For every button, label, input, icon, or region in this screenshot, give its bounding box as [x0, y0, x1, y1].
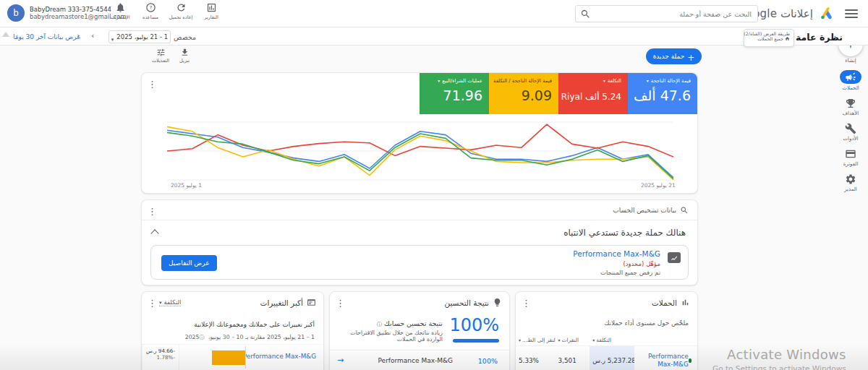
campaign-link[interactable]: Performance Max-M&G: [573, 249, 660, 258]
chevron-down-icon: [558, 337, 561, 343]
campaigns-table-header: التكلفة النقرات نسبة النقر إلى الظ...: [516, 334, 697, 345]
zero-axis: [245, 346, 246, 369]
column-campaign: [634, 334, 697, 345]
edge-triangle-icon: [2, 32, 9, 37]
metric-value-per-cost[interactable]: قيمة الإحالة الناجحة / التكلفة 9.09: [489, 73, 558, 114]
download-icon: [180, 48, 190, 57]
new-campaign-button[interactable]: حملة جديدة: [646, 48, 702, 64]
credit-card-icon: [845, 148, 856, 160]
refresh-icon: [176, 2, 187, 13]
account-name: BabyDream 333-375-4544: [30, 6, 127, 13]
report-chart-icon: [206, 2, 217, 13]
metric-conversion-value[interactable]: قيمة الإحالة الناجحة 47.6 ألف: [628, 73, 697, 114]
chevron-down-icon: [592, 337, 595, 343]
ads-triangle-icon: [818, 6, 837, 22]
refresh-button[interactable]: إعادة تحميل: [168, 2, 194, 20]
sidebar-item-campaigns[interactable]: الحملات: [840, 70, 861, 91]
campaign-link[interactable]: Performance Max-M&G: [634, 346, 697, 370]
avatar: b: [7, 4, 25, 22]
menu-icon[interactable]: [845, 9, 858, 18]
window-icon: [307, 298, 316, 307]
column-clicks[interactable]: النقرات: [556, 334, 590, 345]
google-ads-overview-page: إعلانات Google الإشعارات ? مساعدة إعادة …: [0, 0, 868, 370]
campaign-link[interactable]: Performance Max-M&G: [236, 353, 316, 360]
changes-card-title: أكبر التغييرات: [260, 298, 317, 307]
x-axis-end-label: 21 يوليو 2025: [641, 182, 676, 189]
diagnostics-title: بيانات تشخيص الحساب: [613, 206, 689, 215]
trend-line-chart: [167, 118, 673, 181]
column-ctr[interactable]: نسبة النقر إلى الظ...: [516, 334, 556, 345]
biggest-changes-card: أكبر التغييرات التكلفة أكبر تغييرات على …: [141, 291, 324, 370]
gear-icon: [845, 173, 856, 185]
help-button[interactable]: ? مساعدة: [137, 2, 163, 20]
kebab-menu-icon[interactable]: [148, 79, 157, 90]
campaign-status: مؤهّل (محدود): [623, 260, 660, 267]
view-details-button[interactable]: عرض التفاصيل: [161, 255, 217, 271]
date-mode-label: مخصص: [174, 33, 196, 41]
top-app-bar: إعلانات Google الإشعارات ? مساعدة إعادة …: [0, 0, 868, 27]
plus-icon: [687, 50, 694, 64]
campaign-name: Performance Max-M&G: [378, 357, 453, 364]
performance-chart-card: قيمة الإحالة الناجحة 47.6 ألف التكلفة 5.…: [141, 72, 698, 194]
campaigns-summary-card: الحملات ملخّص حول مستوى أداء حملاتك التك…: [515, 291, 698, 370]
last-30-days-link[interactable]: عرض بيانات آخر 30 يومًا: [13, 33, 81, 40]
optimization-score-card: نتيجة التحسين 100% نتيجة تحسين حسابك زيا…: [329, 291, 510, 370]
activate-windows-watermark: Activate Windows Go to Settings to activ…: [712, 347, 846, 370]
change-values-cell: -94.66 ر.س -1.78%: [142, 345, 179, 370]
chevron-down-icon: [603, 78, 605, 84]
account-diagnostics-card: بيانات تشخيص الحساب هنالك حملة جديدة تست…: [141, 199, 698, 285]
kebab-menu-icon[interactable]: [336, 298, 345, 309]
download-button[interactable]: تنزيل: [179, 48, 190, 64]
optimization-row: 100% Performance Max-M&G: [330, 350, 509, 370]
optimization-card-title: نتيجة التحسين: [444, 298, 502, 307]
changes-description: أكبر تغييرات على حملاتك ومجموعاتك الإعلا…: [148, 321, 315, 328]
status-dot: [689, 358, 692, 363]
score-description: زيادة نتائجك من خلال تطبيق الاقتراحات ال…: [338, 330, 443, 343]
megaphone-icon: [845, 72, 856, 83]
page-title: نظرة عامة: [796, 32, 843, 43]
sidebar-item-billing[interactable]: الفوترة: [843, 148, 859, 167]
lightbulb-icon: [493, 298, 502, 307]
search-input[interactable]: [576, 6, 757, 22]
date-range-picker[interactable]: 1 - 21 يوليو، 2025: [109, 30, 171, 43]
chevron-down-icon: [438, 78, 440, 84]
navigation-rail: إنشاء الحملات الأهداف الأدوات الفوترة ال…: [833, 27, 868, 370]
forward-arrow-icon[interactable]: [337, 356, 344, 365]
changes-period: 1 – 21 يوليو، 2025 مقارنة بـ 10 – 30 يون…: [185, 334, 315, 341]
metric-cost[interactable]: التكلفة 5.24 ألف Riyal: [558, 73, 628, 114]
sidebar-item-tools[interactable]: الأدوات: [843, 123, 859, 142]
metric-selector-strip: قيمة الإحالة الناجحة 47.6 ألف التكلفة 5.…: [420, 73, 697, 114]
trophy-icon: [845, 98, 856, 109]
svg-text:?: ?: [149, 5, 152, 11]
bar-chart-icon: [681, 298, 690, 307]
search-icon: [580, 9, 591, 20]
ctr-cell: 5.33%: [516, 346, 556, 370]
chevron-down-icon: [111, 30, 114, 44]
diagnostics-section-title: هنالك حملة جديدة تستدعي الانتباه: [563, 228, 686, 238]
home-icon: [785, 36, 790, 41]
chevron-down-icon: [647, 78, 649, 84]
column-cost[interactable]: التكلفة: [590, 334, 634, 345]
view-mode-chip[interactable]: طريقة العرض (القناة/2) جميع الحملات: [744, 29, 794, 47]
adjustments-button[interactable]: التعديلات: [152, 48, 169, 64]
x-axis-start-label: 1 يوليو 2025: [171, 182, 202, 189]
changes-metric-dropdown[interactable]: التكلفة: [159, 298, 181, 306]
sidebar-item-admin[interactable]: المدير: [844, 173, 857, 192]
change-bar: [212, 350, 245, 365]
date-prev-chevron[interactable]: [91, 31, 94, 40]
chevron-down-icon: [519, 337, 521, 343]
sidebar-item-goals[interactable]: الأهداف: [843, 98, 859, 116]
reports-button[interactable]: التقارير: [198, 2, 224, 20]
campaign-substatus: تم رفض جميع المنتجات: [600, 269, 660, 276]
account-info[interactable]: b BabyDream 333-375-4544 babydreamastore…: [7, 4, 127, 22]
chevron-down-icon: [159, 298, 162, 306]
account-email: babydreamastore1@gmail.com: [30, 13, 127, 20]
collapse-chevron-icon[interactable]: [150, 229, 158, 237]
kebab-menu-icon[interactable]: [148, 298, 157, 309]
kebab-menu-icon[interactable]: [522, 298, 531, 309]
metric-purchases[interactable]: عمليات الشراء/البيع 71.96: [420, 73, 489, 114]
campaign-chart-icon: [668, 252, 681, 263]
optimization-score-value: 100%: [449, 315, 499, 335]
kebab-menu-icon[interactable]: [148, 206, 157, 217]
cost-cell: 5,237.28 ر.س: [590, 346, 634, 370]
